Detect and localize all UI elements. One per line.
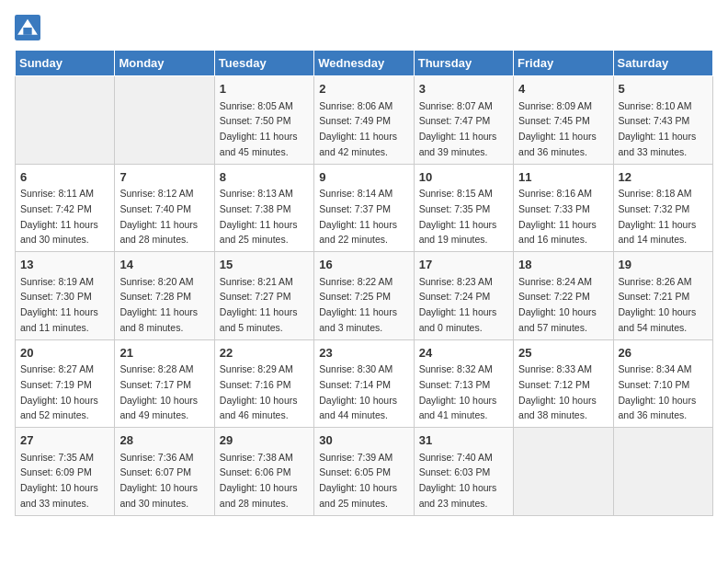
calendar-cell: 12Sunrise: 8:18 AM Sunset: 7:32 PM Dayli… xyxy=(613,164,712,252)
day-info: Sunrise: 8:26 AM Sunset: 7:21 PM Dayligh… xyxy=(619,276,697,333)
calendar-cell: 16Sunrise: 8:22 AM Sunset: 7:25 PM Dayli… xyxy=(314,252,414,340)
calendar-week-5: 27Sunrise: 7:35 AM Sunset: 6:09 PM Dayli… xyxy=(16,428,713,516)
calendar-cell: 13Sunrise: 8:19 AM Sunset: 7:30 PM Dayli… xyxy=(16,252,115,340)
calendar-cell: 1Sunrise: 8:05 AM Sunset: 7:50 PM Daylig… xyxy=(214,76,313,165)
calendar-cell: 6Sunrise: 8:11 AM Sunset: 7:42 PM Daylig… xyxy=(16,164,115,252)
day-info: Sunrise: 8:07 AM Sunset: 7:47 PM Dayligh… xyxy=(419,100,497,157)
day-info: Sunrise: 8:10 AM Sunset: 7:43 PM Dayligh… xyxy=(619,100,697,157)
calendar-cell: 24Sunrise: 8:32 AM Sunset: 7:13 PM Dayli… xyxy=(414,339,513,428)
day-info: Sunrise: 8:12 AM Sunset: 7:40 PM Dayligh… xyxy=(119,188,198,245)
calendar-header-sunday: Sunday xyxy=(16,51,115,76)
svg-rect-2 xyxy=(23,28,31,35)
day-info: Sunrise: 8:14 AM Sunset: 7:37 PM Dayligh… xyxy=(319,188,397,245)
calendar-cell xyxy=(613,428,712,516)
calendar-cell: 29Sunrise: 7:38 AM Sunset: 6:06 PM Dayli… xyxy=(214,428,313,516)
day-info: Sunrise: 8:09 AM Sunset: 7:45 PM Dayligh… xyxy=(518,100,597,157)
calendar-cell: 7Sunrise: 8:12 AM Sunset: 7:40 PM Daylig… xyxy=(115,164,214,252)
day-number: 28 xyxy=(119,431,209,450)
day-info: Sunrise: 8:22 AM Sunset: 7:25 PM Dayligh… xyxy=(319,276,397,333)
day-number: 14 xyxy=(119,256,209,274)
day-number: 1 xyxy=(220,80,309,98)
day-number: 2 xyxy=(319,80,408,98)
calendar-header-saturday: Saturday xyxy=(613,51,712,76)
day-info: Sunrise: 8:21 AM Sunset: 7:27 PM Dayligh… xyxy=(220,276,298,333)
day-info: Sunrise: 8:23 AM Sunset: 7:24 PM Dayligh… xyxy=(419,276,497,333)
day-info: Sunrise: 7:35 AM Sunset: 6:09 PM Dayligh… xyxy=(20,452,98,509)
calendar-cell xyxy=(16,76,115,165)
calendar-cell: 19Sunrise: 8:26 AM Sunset: 7:21 PM Dayli… xyxy=(613,252,712,340)
calendar-cell: 14Sunrise: 8:20 AM Sunset: 7:28 PM Dayli… xyxy=(115,252,214,340)
day-number: 22 xyxy=(220,344,309,362)
day-number: 18 xyxy=(518,256,608,274)
day-info: Sunrise: 8:24 AM Sunset: 7:22 PM Dayligh… xyxy=(518,276,597,333)
calendar-cell: 2Sunrise: 8:06 AM Sunset: 7:49 PM Daylig… xyxy=(314,76,414,165)
day-info: Sunrise: 8:13 AM Sunset: 7:38 PM Dayligh… xyxy=(220,188,298,245)
day-number: 13 xyxy=(20,256,109,274)
day-number: 17 xyxy=(419,256,508,274)
page-header xyxy=(15,15,713,40)
logo-icon xyxy=(15,15,40,40)
day-info: Sunrise: 8:11 AM Sunset: 7:42 PM Dayligh… xyxy=(20,188,98,245)
day-info: Sunrise: 8:06 AM Sunset: 7:49 PM Dayligh… xyxy=(319,100,397,157)
calendar-header-wednesday: Wednesday xyxy=(314,51,414,76)
day-number: 4 xyxy=(518,80,608,98)
day-number: 30 xyxy=(319,431,408,450)
day-info: Sunrise: 8:32 AM Sunset: 7:13 PM Dayligh… xyxy=(419,363,497,420)
day-number: 16 xyxy=(319,256,408,274)
day-info: Sunrise: 8:16 AM Sunset: 7:33 PM Dayligh… xyxy=(518,188,597,245)
calendar-cell: 8Sunrise: 8:13 AM Sunset: 7:38 PM Daylig… xyxy=(214,164,313,252)
calendar-cell: 22Sunrise: 8:29 AM Sunset: 7:16 PM Dayli… xyxy=(214,339,313,428)
calendar-cell: 30Sunrise: 7:39 AM Sunset: 6:05 PM Dayli… xyxy=(314,428,414,516)
calendar-header-thursday: Thursday xyxy=(414,51,513,76)
day-info: Sunrise: 8:20 AM Sunset: 7:28 PM Dayligh… xyxy=(119,276,198,333)
day-number: 27 xyxy=(20,431,109,450)
calendar-cell: 4Sunrise: 8:09 AM Sunset: 7:45 PM Daylig… xyxy=(514,76,613,165)
calendar-cell: 15Sunrise: 8:21 AM Sunset: 7:27 PM Dayli… xyxy=(214,252,313,340)
day-info: Sunrise: 8:19 AM Sunset: 7:30 PM Dayligh… xyxy=(20,276,98,333)
day-number: 7 xyxy=(119,168,209,187)
day-number: 25 xyxy=(518,344,608,362)
calendar-cell: 10Sunrise: 8:15 AM Sunset: 7:35 PM Dayli… xyxy=(414,164,513,252)
calendar-cell: 28Sunrise: 7:36 AM Sunset: 6:07 PM Dayli… xyxy=(115,428,214,516)
calendar-week-4: 20Sunrise: 8:27 AM Sunset: 7:19 PM Dayli… xyxy=(16,339,713,428)
calendar-cell: 17Sunrise: 8:23 AM Sunset: 7:24 PM Dayli… xyxy=(414,252,513,340)
calendar-week-1: 1Sunrise: 8:05 AM Sunset: 7:50 PM Daylig… xyxy=(16,76,713,165)
calendar-header-row: SundayMondayTuesdayWednesdayThursdayFrid… xyxy=(16,51,713,76)
day-info: Sunrise: 7:36 AM Sunset: 6:07 PM Dayligh… xyxy=(119,452,198,509)
day-info: Sunrise: 8:33 AM Sunset: 7:12 PM Dayligh… xyxy=(518,363,597,420)
calendar-header-friday: Friday xyxy=(514,51,613,76)
calendar-cell: 5Sunrise: 8:10 AM Sunset: 7:43 PM Daylig… xyxy=(613,76,712,165)
day-info: Sunrise: 8:27 AM Sunset: 7:19 PM Dayligh… xyxy=(20,363,98,420)
day-info: Sunrise: 7:40 AM Sunset: 6:03 PM Dayligh… xyxy=(419,452,497,509)
calendar-cell: 20Sunrise: 8:27 AM Sunset: 7:19 PM Dayli… xyxy=(16,339,115,428)
day-info: Sunrise: 8:30 AM Sunset: 7:14 PM Dayligh… xyxy=(319,363,397,420)
day-number: 3 xyxy=(419,80,508,98)
calendar-cell: 21Sunrise: 8:28 AM Sunset: 7:17 PM Dayli… xyxy=(115,339,214,428)
day-info: Sunrise: 7:38 AM Sunset: 6:06 PM Dayligh… xyxy=(220,452,298,509)
calendar-header-monday: Monday xyxy=(115,51,214,76)
calendar-week-2: 6Sunrise: 8:11 AM Sunset: 7:42 PM Daylig… xyxy=(16,164,713,252)
day-number: 23 xyxy=(319,344,408,362)
calendar-cell: 18Sunrise: 8:24 AM Sunset: 7:22 PM Dayli… xyxy=(514,252,613,340)
calendar-cell: 26Sunrise: 8:34 AM Sunset: 7:10 PM Dayli… xyxy=(613,339,712,428)
calendar-cell: 11Sunrise: 8:16 AM Sunset: 7:33 PM Dayli… xyxy=(514,164,613,252)
day-number: 15 xyxy=(220,256,309,274)
day-number: 10 xyxy=(419,168,508,187)
day-number: 21 xyxy=(119,344,209,362)
calendar-cell: 3Sunrise: 8:07 AM Sunset: 7:47 PM Daylig… xyxy=(414,76,513,165)
calendar-cell xyxy=(514,428,613,516)
day-number: 20 xyxy=(20,344,109,362)
calendar-header-tuesday: Tuesday xyxy=(214,51,313,76)
day-info: Sunrise: 8:29 AM Sunset: 7:16 PM Dayligh… xyxy=(220,363,298,420)
calendar-week-3: 13Sunrise: 8:19 AM Sunset: 7:30 PM Dayli… xyxy=(16,252,713,340)
day-info: Sunrise: 8:05 AM Sunset: 7:50 PM Dayligh… xyxy=(220,100,298,157)
day-info: Sunrise: 7:39 AM Sunset: 6:05 PM Dayligh… xyxy=(319,452,397,509)
day-number: 5 xyxy=(619,80,708,98)
day-number: 8 xyxy=(220,168,309,187)
day-number: 31 xyxy=(419,431,508,450)
day-info: Sunrise: 8:15 AM Sunset: 7:35 PM Dayligh… xyxy=(419,188,497,245)
calendar-cell: 27Sunrise: 7:35 AM Sunset: 6:09 PM Dayli… xyxy=(16,428,115,516)
calendar-table: SundayMondayTuesdayWednesdayThursdayFrid… xyxy=(15,50,713,516)
calendar-cell: 9Sunrise: 8:14 AM Sunset: 7:37 PM Daylig… xyxy=(314,164,414,252)
day-number: 11 xyxy=(518,168,608,187)
